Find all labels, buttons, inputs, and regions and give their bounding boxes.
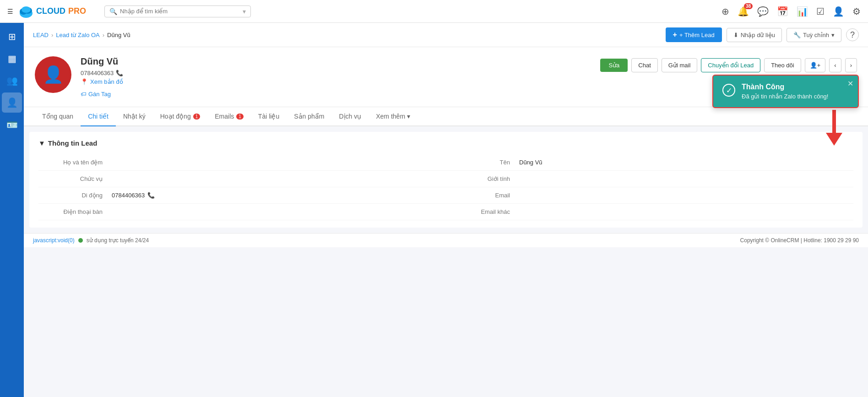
footer: javascript:void(0) sử dụng trực tuyến 24… [24, 233, 868, 247]
fields-right: Tên Dũng Vũ Giới tính Email Email khác [446, 154, 853, 220]
field-di-dong: Di động 0784406363 📞 [38, 187, 446, 204]
fields-left: Họ và tên đệm Chức vụ Di động [38, 154, 446, 220]
import-button[interactable]: ⬇ Nhập dữ liệu [727, 28, 782, 42]
chevron-down-icon: ▾ [243, 8, 246, 15]
notification-icon[interactable]: 🔔 38 [738, 6, 749, 17]
tag-section[interactable]: 🏷 Gán Tag [81, 91, 591, 98]
search-bar[interactable]: 🔍 ▾ [104, 5, 251, 17]
profile-phone: 0784406363 📞 [81, 70, 591, 76]
plus-icon: + [673, 31, 677, 39]
tab-san-pham[interactable]: Sản phẩm [287, 107, 331, 126]
download-icon: ⬇ [733, 32, 738, 38]
sidebar-item-home[interactable]: ⊞ [2, 27, 22, 47]
chart-icon[interactable]: 📊 [797, 6, 808, 17]
tab-dich-vu[interactable]: Dịch vụ [331, 107, 369, 126]
more-button[interactable]: 👤+ [805, 58, 826, 72]
field-grid: Họ và tên đệm Chức vụ Di động [38, 154, 853, 220]
settings-icon[interactable]: ⚙ [852, 6, 861, 17]
tune-icon: 🔧 [793, 32, 801, 38]
label-gioi-tinh: Giới tính [446, 175, 519, 182]
breadcrumb-sep2: › [103, 32, 104, 38]
gan-tag-label[interactable]: 🏷 Gán Tag [81, 91, 591, 98]
label-ten: Tên [446, 159, 519, 166]
label-ho-ten-dem: Họ và tên đệm [38, 159, 112, 166]
sidebar-item-grid[interactable]: ▦ [2, 49, 22, 69]
next-button[interactable]: › [845, 58, 857, 72]
footer-right: Copyright © OnlineCRM | Hotline: 1900 29… [740, 237, 859, 244]
avatar: 👤 [35, 56, 71, 93]
field-email-khac: Email khác [446, 204, 853, 220]
profile-location[interactable]: 📍 Xem bản đồ [81, 78, 591, 85]
action-buttons: Sửa Chat Gửi mail Chuyển đổi Lead Theo d… [600, 56, 857, 72]
label-email: Email [446, 192, 519, 199]
breadcrumb-zalo[interactable]: Lead từ Zalo OA [56, 32, 99, 38]
phone-call-icon[interactable]: 📞 [147, 192, 155, 199]
tab-tai-lieu[interactable]: Tài liệu [251, 107, 287, 126]
hamburger-menu[interactable]: ☰ [7, 8, 13, 15]
main-layout: ⊞ ▦ 👥 👤 🪪 LEAD › Lead từ Zalo OA › Dũng … [0, 23, 868, 397]
breadcrumb: LEAD › Lead từ Zalo OA › Dũng Vũ [33, 32, 130, 38]
chat-icon[interactable]: 💬 [757, 6, 769, 17]
emails-badge: 1 [236, 114, 244, 120]
search-icon: 🔍 [109, 8, 117, 15]
profile-name: Dũng Vũ [81, 56, 591, 67]
sidebar-item-users[interactable]: 👥 [2, 71, 22, 91]
tab-chi-tiet[interactable]: Chi tiết [81, 107, 116, 126]
logo-cloud-text: CLOUD [36, 6, 65, 16]
tab-tong-quan[interactable]: Tổng quan [35, 107, 81, 126]
follow-button[interactable]: Theo dõi [764, 58, 801, 72]
tab-nhat-ky[interactable]: Nhật ký [116, 107, 153, 126]
copyright-text: Copyright © OnlineCRM | Hotline: 1900 29… [740, 237, 859, 244]
top-navbar: ☰ CLOUDPRO 🔍 ▾ ⊕ 🔔 38 💬 📅 📊 ☑ 👤 ⚙ [0, 0, 868, 23]
logo: CLOUDPRO [19, 4, 86, 19]
toast-title: Thành Công [742, 83, 828, 91]
svg-point-3 [22, 6, 31, 13]
avatar-icon: 👤 [43, 65, 64, 84]
user-icon[interactable]: 👤 [833, 6, 844, 17]
add-lead-button[interactable]: + + Thêm Lead [666, 27, 722, 42]
nav-icons: ⊕ 🔔 38 💬 📅 📊 ☑ 👤 ⚙ [722, 6, 861, 17]
breadcrumb-current: Dũng Vũ [107, 32, 130, 38]
send-mail-button[interactable]: Gửi mail [662, 58, 697, 72]
toast-check-icon: ✓ [722, 84, 735, 97]
logo-pro-text: PRO [68, 6, 86, 16]
field-dien-thoai-ban: Điện thoại bàn [38, 204, 446, 220]
tab-hoat-dong[interactable]: Hoạt động 1 [153, 107, 208, 126]
person-add-icon: 👤+ [810, 62, 821, 69]
chat-button[interactable]: Chat [631, 58, 657, 72]
chevron-down-icon2: ▾ [831, 32, 835, 38]
help-icon[interactable]: ? [846, 28, 859, 41]
sidebar-item-idcard[interactable]: 🪪 [2, 114, 22, 135]
field-ten: Tên Dũng Vũ [446, 154, 853, 171]
check-icon[interactable]: ☑ [816, 6, 825, 17]
online-dot [78, 238, 83, 243]
add-icon[interactable]: ⊕ [722, 6, 729, 17]
convert-lead-button[interactable]: Chuyển đổi Lead [701, 58, 760, 72]
hamburger-icon: ☰ [7, 8, 13, 15]
field-email: Email [446, 187, 853, 204]
location-icon: 📍 [81, 78, 88, 85]
field-chuc-vu: Chức vụ [38, 171, 446, 187]
toast-content: Thành Công Đã gửi tin nhắn Zalo thành cô… [742, 83, 828, 100]
label-chuc-vu: Chức vụ [38, 175, 112, 182]
profile-info: Dũng Vũ 0784406363 📞 📍 Xem bản đồ 🏷 Gán … [81, 56, 591, 98]
tab-emails[interactable]: Emails 1 [207, 107, 251, 126]
breadcrumb-actions: + + Thêm Lead ⬇ Nhập dữ liệu 🔧 Tuỳ chỉnh… [666, 27, 859, 42]
prev-button[interactable]: ‹ [829, 58, 841, 72]
tab-xem-them[interactable]: Xem thêm ▾ [369, 107, 418, 126]
field-ho-ten-dem: Họ và tên đệm [38, 154, 446, 171]
calendar-icon[interactable]: 📅 [777, 6, 788, 17]
breadcrumb-lead[interactable]: LEAD [33, 32, 49, 38]
tag-icon: 🏷 [81, 91, 87, 98]
collapse-icon[interactable]: ▼ [38, 139, 45, 147]
label-email-khac: Email khác [446, 208, 519, 215]
edit-button[interactable]: Sửa [600, 59, 628, 72]
toast-message: Đã gửi tin nhắn Zalo thành công! [742, 93, 828, 100]
label-di-dong: Di động [38, 192, 112, 199]
xem-them-chevron: ▾ [407, 113, 410, 120]
toast-close-button[interactable]: ✕ [847, 79, 853, 88]
sidebar-item-lead[interactable]: 👤 [2, 92, 22, 113]
customize-button[interactable]: 🔧 Tuỳ chỉnh ▾ [787, 28, 841, 42]
search-input[interactable] [120, 8, 240, 15]
online-text: sử dụng trực tuyến 24/24 [87, 237, 149, 244]
